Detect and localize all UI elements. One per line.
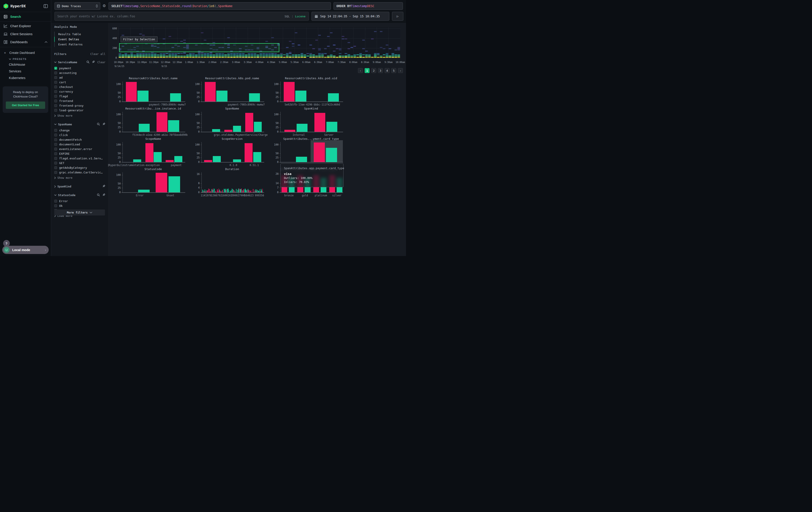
collapse-sidebar-icon[interactable] [44,4,48,8]
checkbox[interactable] [54,162,57,164]
sidebar-item-services[interactable]: Services [0,68,51,75]
pin-icon[interactable] [102,193,106,197]
pin-icon[interactable] [102,184,106,189]
checkbox[interactable] [54,104,57,107]
pagination-page-2[interactable]: 2 [371,68,376,73]
search-icon[interactable] [86,60,89,64]
filter-section-header-spankind[interactable]: SpanKind [54,184,106,189]
filter-option[interactable]: ad [54,75,106,80]
mini-chart-plot[interactable] [122,112,184,132]
analysis-mode-event-deltas[interactable]: Event Deltas [54,37,106,42]
mini-chart-plot[interactable] [122,172,184,192]
mini-chart-plot[interactable] [280,81,342,102]
checkbox[interactable] [54,204,57,207]
show-more-link[interactable]: Show more [54,113,106,118]
filter-by-selection-button[interactable]: Filter by Selection [120,36,157,42]
checkbox[interactable] [54,95,57,98]
source-select[interactable]: Demo Traces [55,2,100,10]
heatmap-selection-box[interactable] [119,43,280,52]
mini-chart-plot[interactable] [280,112,342,132]
checkbox[interactable] [54,171,57,174]
sidebar-item-dashboards[interactable]: Dashboards [0,38,51,46]
order-by-input[interactable]: ORDER BY Timestamp DESC [334,2,403,10]
show-more-link[interactable]: Show more [54,176,106,180]
filter-section-header-statuscode[interactable]: StatusCode [54,193,106,197]
pagination-page-1[interactable]: 1 [365,68,370,73]
sql-select-input[interactable]: SELECT Timestamp, ServiceName, StatusCod… [109,2,331,10]
filter-option[interactable]: flagd [54,94,106,99]
filter-option[interactable]: frontend-proxy [54,103,106,108]
filter-option[interactable]: documentFetch [54,137,106,142]
clear-section-button[interactable]: Clear [97,61,106,64]
checkbox[interactable] [54,90,57,93]
checkbox[interactable] [54,109,57,112]
date-range-picker[interactable]: Sep 14 22:04:35 - Sep 15 10:04:35 [312,12,389,21]
clear-all-filters[interactable]: Clear all [90,52,106,56]
filter-option[interactable]: flagd.evaluation.v1.Serv… [54,156,106,161]
sidebar-item-kubernetes[interactable]: Kubernetes [0,75,51,81]
checkbox[interactable] [54,138,57,141]
filter-option[interactable]: cart [54,80,106,85]
pagination-page-3[interactable]: 3 [378,68,383,73]
checkbox[interactable] [54,200,57,203]
filter-section-header-servicename[interactable]: ServiceNameClear [54,60,106,64]
sidebar-item-client-sessions[interactable]: Client Sessions [0,30,51,38]
user-mode-pill[interactable]: U Local mode › [2,246,49,254]
filter-option[interactable]: checkout [54,85,106,89]
pin-icon[interactable] [102,122,106,127]
presets-group[interactable]: PRESETS [0,56,51,61]
filter-option[interactable]: getAdsByCategory [54,165,106,170]
filter-option[interactable]: documentLoad [54,142,106,147]
mini-chart-plot[interactable] [201,142,263,162]
pagination-page-4[interactable]: 4 [385,68,389,73]
filter-option[interactable]: accounting [54,71,106,75]
filter-option[interactable]: Error [54,199,106,204]
filter-option[interactable]: currency [54,89,106,94]
mini-chart-plot[interactable] [122,142,184,162]
mini-chart-plot[interactable] [122,81,184,102]
search-input[interactable] [55,12,285,21]
checkbox[interactable] [54,76,57,79]
run-query-button[interactable]: ▷ [392,12,403,21]
mini-chart-plot[interactable] [280,142,342,162]
checkbox[interactable] [54,81,57,84]
checkbox[interactable] [54,85,57,88]
checkbox[interactable]: ✓ [54,67,57,70]
duration-heatmap[interactable] [118,27,400,58]
checkbox[interactable] [54,72,57,74]
pagination-prev[interactable]: ‹ [358,68,363,73]
checkbox[interactable] [54,152,57,155]
analysis-mode-results-table[interactable]: Results Table [54,32,106,37]
sidebar-item-search[interactable]: Search [0,12,51,22]
sidebar-item-clickhouse[interactable]: ClickHouse [0,61,51,68]
pin-icon[interactable] [92,60,95,64]
filter-option[interactable]: change [54,128,106,133]
filter-option[interactable]: grpc.oteldemo.CartServic… [54,170,106,175]
search-icon[interactable] [97,122,100,127]
analysis-mode-event-patterns[interactable]: Event Patterns [54,42,106,47]
sidebar-item-chart-explorer[interactable]: Chart Explorer [0,22,51,30]
mini-chart-plot[interactable] [201,112,263,132]
checkbox[interactable] [54,134,57,136]
more-filters-button[interactable]: More filters [54,210,105,215]
filter-option[interactable]: Ok [54,204,106,208]
checkbox[interactable] [54,100,57,102]
checkbox[interactable] [54,157,57,160]
filter-option[interactable]: ✓payment [54,66,106,71]
checkbox[interactable] [54,143,57,146]
pagination-page-5[interactable]: 5 [391,68,396,73]
filter-option[interactable]: click [54,133,106,137]
search-icon[interactable] [97,193,100,197]
create-dashboard-button[interactable]: + Create Dashboard [0,49,51,56]
checkbox[interactable] [54,129,57,132]
filter-option[interactable]: eventListener.error [54,147,106,152]
gear-icon[interactable]: ⚙ [103,4,106,8]
sql-mode-toggle[interactable]: SQL [285,15,290,18]
pagination-next[interactable]: › [398,68,403,73]
filter-option[interactable]: frontend [54,99,106,103]
filter-option[interactable]: load-generator [54,108,106,113]
lucene-mode-toggle[interactable]: Lucene [295,15,306,18]
mini-chart-plot[interactable] [201,172,263,192]
filter-option[interactable]: GET [54,161,106,165]
get-started-button[interactable]: Get Started for Free [6,102,45,109]
